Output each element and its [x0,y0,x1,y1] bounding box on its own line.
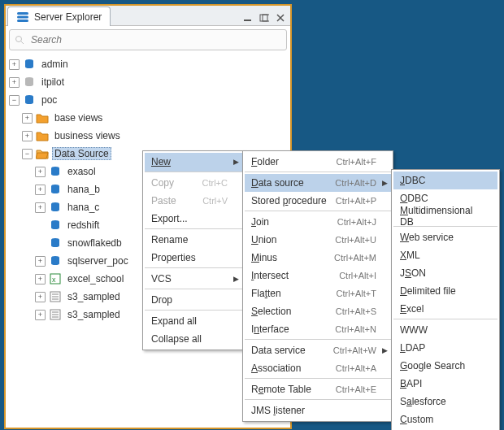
folder-icon [36,112,49,124]
expand-icon[interactable]: + [35,256,46,267]
tab-server-explorer[interactable]: Server Explorer [7,7,111,26]
menu-item-drop[interactable]: Drop [145,291,242,311]
menu-item-remotetable[interactable]: Remote TableCtrl+Alt+E [245,380,391,400]
expand-icon[interactable]: + [35,292,46,302]
datasource-icon [49,254,62,267]
svg-rect-0 [17,12,28,15]
menu-item-datasource[interactable]: Data sourceCtrl+Alt+D▶ [245,174,391,192]
tab-label: Server Explorer [34,11,102,23]
menu-item-multidim[interactable]: Multidimensional DB [393,207,497,227]
file-icon [49,290,62,303]
menu-item-export[interactable]: Export... [145,210,242,229]
submenu-datasource: JDBC ODBC Multidimensional DB Web servic… [391,169,500,430]
menu-item-ldap[interactable]: LDAP [393,339,497,357]
expand-icon[interactable]: + [9,77,20,88]
expand-icon[interactable]: + [35,274,46,284]
datasource-icon [49,165,62,178]
svg-rect-4 [260,15,267,21]
menu-item-dataservice[interactable]: Data serviceCtrl+Alt+W▶ [245,341,391,359]
menu-item-delimited[interactable]: Delimited file [393,282,497,300]
menu-item-interface[interactable]: InterfaceCtrl+Alt+N [245,320,391,340]
menu-item-webservice[interactable]: Web service [393,228,497,246]
menu-item-association[interactable]: AssociationCtrl+Alt+A [245,359,391,379]
svg-rect-2 [17,20,28,22]
menu-item-salesforce[interactable]: Salesforce [393,393,497,410]
datasource-icon [49,201,62,214]
close-icon[interactable] [274,12,287,24]
expand-icon[interactable]: + [22,131,33,141]
search-box[interactable] [9,29,287,50]
expand-icon[interactable]: + [35,202,46,213]
menu-item-copy: CopyCtrl+C [145,174,242,192]
menu-item-collapse-all[interactable]: Collapse all [145,330,242,348]
svg-text:x: x [52,276,56,284]
expand-icon[interactable]: + [35,310,46,320]
datasource-icon [49,183,62,196]
svg-line-7 [21,41,24,44]
menu-item-intersect[interactable]: IntersectCtrl+Alt+I [245,267,391,284]
svg-rect-3 [244,20,251,21]
menu-item-google[interactable]: Google Search [393,357,497,375]
submenu-arrow-icon: ▶ [382,179,388,187]
tree-node-itpilot[interactable]: + itpilot [9,73,290,91]
submenu-arrow-icon: ▶ [233,158,239,166]
datasource-icon [49,219,62,232]
database-icon [23,76,36,89]
menu-item-flatten[interactable]: FlattenCtrl+Alt+T [245,284,391,302]
folder-open-icon [36,148,49,159]
minimize-icon[interactable] [241,12,254,24]
collapse-icon[interactable]: − [22,149,33,159]
tree-node-base-views[interactable]: + base views [9,109,290,127]
context-menu: New▶ CopyCtrl+C PasteCtrl+V Export... Re… [142,150,245,350]
menu-item-selection[interactable]: SelectionCtrl+Alt+S [245,302,391,320]
svg-rect-1 [17,15,28,18]
maximize-icon[interactable] [258,12,271,24]
file-icon [49,308,62,321]
menu-item-folder[interactable]: FolderCtrl+Alt+F [245,153,391,172]
folder-icon [36,130,49,141]
expand-icon[interactable]: + [22,113,33,124]
collapse-icon[interactable]: − [9,95,20,106]
tree-node-poc[interactable]: − poc [9,91,290,109]
tree-node-business-views[interactable]: + business views [9,127,290,145]
menu-item-vcs[interactable]: VCS▶ [145,270,242,289]
svg-point-6 [16,37,22,42]
database-icon [23,58,36,71]
expand-icon[interactable]: + [9,59,20,70]
menu-item-properties[interactable]: Properties [145,249,242,268]
menu-item-excel[interactable]: Excel [393,300,497,319]
menu-item-new[interactable]: New▶ [145,153,242,172]
menu-item-jdbc[interactable]: JDBC [393,172,497,189]
tab-bar: Server Explorer [6,6,290,26]
submenu-arrow-icon: ▶ [382,346,388,354]
svg-rect-5 [263,15,269,21]
menu-item-paste: PasteCtrl+V [145,192,242,210]
menu-item-union[interactable]: UnionCtrl+Alt+U [245,231,391,249]
menu-item-xml[interactable]: XML [393,246,497,264]
menu-item-json[interactable]: JSON [393,264,497,282]
expand-icon[interactable]: + [35,185,46,195]
excel-icon: x [49,272,62,285]
window-controls [241,12,290,25]
datasource-icon [49,237,62,250]
submenu-new: FolderCtrl+Alt+F Data sourceCtrl+Alt+D▶ … [242,150,393,422]
expand-icon[interactable]: + [35,167,46,177]
menu-item-www[interactable]: WWW [393,321,497,339]
menu-item-rename[interactable]: Rename [145,231,242,249]
search-input[interactable] [29,33,281,46]
menu-item-expand-all[interactable]: Expand all [145,312,242,330]
tree-node-admin[interactable]: + admin [9,55,290,73]
menu-item-bapi[interactable]: BAPI [393,375,497,393]
menu-item-minus[interactable]: MinusCtrl+Alt+M [245,249,391,267]
menu-item-custom[interactable]: Custom [393,410,497,428]
menu-item-storedproc[interactable]: Stored procedureCtrl+Alt+P [245,192,391,211]
menu-item-join[interactable]: JoinCtrl+Alt+J [245,213,391,231]
database-icon [23,93,36,106]
submenu-arrow-icon: ▶ [233,275,239,283]
tree-label-selected: Data Source [52,147,111,160]
menu-item-jms[interactable]: JMS listener [245,402,391,419]
search-icon [15,35,24,45]
server-icon [16,11,29,23]
